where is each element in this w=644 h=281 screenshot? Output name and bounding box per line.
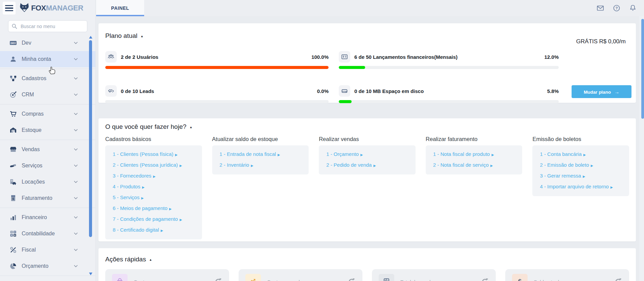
sidebar-item-financeiro[interactable]: Financeiro: [0, 209, 95, 226]
today-column-heading: Atualizar saldo de estoque: [212, 136, 309, 142]
chevron-down-icon[interactable]: [73, 112, 78, 118]
play-arrow-icon: ▶: [610, 185, 613, 189]
today-link-8-certificado-digital[interactable]: 8 - Certificado digital▶: [113, 225, 195, 236]
chevron-down-icon[interactable]: [73, 180, 78, 186]
search-input[interactable]: [8, 20, 87, 32]
svg-text:DEV: DEV: [10, 42, 16, 45]
today-column-atualizar-saldo-de-estoque: Atualizar saldo de estoque1 - Entrada de…: [212, 136, 309, 174]
percent-icon: [9, 246, 17, 254]
sidebar-item-dev[interactable]: DEVDev: [0, 35, 95, 51]
play-arrow-icon: ▶: [360, 153, 363, 157]
today-link-1-clientes-pessoa-fisica[interactable]: 1 - Clientes (Pessoa física)▶: [113, 149, 195, 160]
usage-percent: 5.8%: [547, 88, 559, 94]
play-arrow-icon: ▶: [491, 153, 494, 157]
today-column-box: 1 - Entrada de nota fiscal▶2 - Inventári…: [212, 145, 309, 174]
tab-strip: PAINEL ?: [96, 0, 644, 16]
today-link-4-importar-arquivo-de-retorno[interactable]: 4 - Importar arquivo de retorno▶: [540, 182, 622, 192]
sidebar-scroll-down-arrow-icon[interactable]: [89, 273, 92, 275]
today-column-emissao-de-boletos: Emissão de boletos1 - Conta bancária▶2 -…: [532, 136, 629, 196]
chevron-down-icon[interactable]: [73, 92, 78, 98]
today-link-5-servicos[interactable]: 5 - Serviços▶: [113, 192, 195, 203]
arrow-right-icon: →: [614, 89, 619, 95]
sidebar-item-label: Orçamento: [22, 263, 48, 269]
notifications-icon[interactable]: [629, 4, 637, 13]
today-link-2-emissao-de-boleto[interactable]: 2 - Emissão de boleto▶: [540, 160, 622, 171]
collapse-caret-icon[interactable]: ▲: [190, 125, 193, 129]
chevron-down-icon[interactable]: [73, 215, 78, 221]
play-arrow-icon: ▶: [169, 207, 172, 211]
refresh-icon[interactable]: [614, 278, 622, 281]
page-scrollbar-track[interactable]: [639, 16, 644, 281]
refresh-icon[interactable]: [481, 278, 489, 281]
chevron-down-icon[interactable]: [73, 128, 78, 134]
progress-bar-fill: [339, 66, 365, 69]
refresh-icon[interactable]: [214, 278, 222, 281]
chevron-down-icon[interactable]: [73, 163, 78, 169]
quick-action-contas-a-receber[interactable]: Contas a receber: [239, 269, 362, 281]
chevron-down-icon[interactable]: [73, 196, 78, 202]
tab-painel[interactable]: PAINEL: [96, 0, 144, 16]
today-link-1-nota-fiscal-de-produto[interactable]: 1 - Nota fiscal de produto▶: [433, 149, 515, 160]
collapse-caret-icon[interactable]: ▲: [149, 258, 152, 261]
today-column-box: 1 - Clientes (Pessoa física)▶2 - Cliente…: [105, 145, 202, 239]
today-title: O que você quer fazer hoje?▲: [105, 123, 629, 131]
page-scrollbar-thumb[interactable]: [641, 19, 644, 119]
sidebar-item-servicos[interactable]: Serviços: [0, 158, 95, 174]
hamburger-menu-icon[interactable]: [3, 2, 16, 15]
chevron-down-icon[interactable]: [73, 76, 78, 82]
usage-label: 2 de 2 Usuários: [121, 54, 158, 60]
sidebar-item-crm[interactable]: CRM: [0, 87, 95, 103]
handshake-icon: [9, 162, 17, 169]
sidebar-item-label: Cadastros: [22, 75, 46, 81]
progress-bar-fill: [339, 100, 352, 103]
sidebar-item-vendas[interactable]: Vendas: [0, 141, 95, 158]
quick-actions-title: Ações rápidas▲: [105, 256, 629, 263]
today-link-6-meios-de-pagamento[interactable]: 6 - Meios de pagamento▶: [113, 203, 195, 214]
play-arrow-icon: ▶: [180, 164, 182, 167]
chevron-down-icon[interactable]: [73, 231, 78, 237]
sidebar-scroll-up-arrow-icon[interactable]: [89, 36, 92, 39]
today-link-3-gerar-remessa[interactable]: 3 - Gerar remessa▶: [540, 171, 622, 182]
today-link-2-clientes-pessoa-juridica[interactable]: 2 - Clientes (Pessoa jurídica)▶: [113, 160, 195, 171]
quick-action-label: Saldo atual: [534, 279, 559, 281]
chevron-down-icon[interactable]: [73, 248, 78, 254]
help-icon[interactable]: ?: [613, 4, 620, 13]
building-car-icon: [9, 178, 17, 186]
sidebar-item-contabilidade[interactable]: Contabilidade: [0, 226, 95, 242]
chevron-down-icon[interactable]: [73, 41, 78, 47]
change-plan-button[interactable]: Mudar plano→: [572, 85, 631, 98]
calculator2-icon: [379, 274, 394, 281]
today-link-1-orcamento[interactable]: 1 - Orçamento▶: [326, 149, 408, 160]
quick-action-contas-a-pagar[interactable]: Contas a pagar: [105, 269, 229, 281]
today-link-4-produtos[interactable]: 4 - Produtos▶: [113, 182, 195, 192]
sidebar-item-fiscal[interactable]: Fiscal: [0, 242, 95, 258]
pie-icon: [9, 262, 17, 270]
mail-icon[interactable]: [597, 4, 604, 13]
sidebar-item-estoque[interactable]: Estoque: [0, 122, 95, 138]
sidebar-scrollbar[interactable]: [89, 40, 92, 237]
sidebar-item-locacoes[interactable]: Locações: [0, 174, 95, 190]
collapse-caret-icon[interactable]: ▲: [140, 34, 143, 38]
refresh-icon[interactable]: [348, 278, 356, 281]
today-link-1-entrada-de-nota-fiscal[interactable]: 1 - Entrada de nota fiscal▶: [220, 149, 302, 160]
today-link-1-conta-bancaria[interactable]: 1 - Conta bancária▶: [540, 149, 622, 160]
today-link-7-condicoes-de-pagamento[interactable]: 7 - Condições de pagamento▶: [113, 214, 195, 225]
bag-icon: [112, 274, 128, 281]
today-link-2-inventario[interactable]: 2 - Inventário▶: [220, 160, 302, 171]
sidebar-item-cadastros[interactable]: Cadastros: [0, 70, 95, 87]
sidebar-item-compras[interactable]: Compras: [0, 106, 95, 122]
today-link-2-nota-fiscal-de-servico[interactable]: 2 - Nota fiscal de serviço▶: [433, 160, 515, 171]
sidebar-item-minha-conta[interactable]: Minha conta: [0, 51, 95, 67]
play-arrow-icon: ▶: [373, 164, 376, 167]
sidebar-divider: [0, 69, 95, 69]
sidebar-item-faturamento[interactable]: $Faturamento: [0, 190, 95, 206]
chevron-down-icon[interactable]: [73, 264, 78, 270]
play-arrow-icon: ▶: [490, 164, 493, 167]
chevron-down-icon[interactable]: [73, 147, 78, 153]
sidebar-item-orcamento[interactable]: Orçamento: [0, 258, 95, 274]
today-link-3-fornecedores[interactable]: 3 - Fornecedores▶: [113, 171, 195, 182]
quick-action-saldo-atual[interactable]: $Saldo atual: [505, 269, 629, 281]
today-link-2-pedido-de-venda[interactable]: 2 - Pedido de venda▶: [326, 160, 408, 171]
chevron-down-icon[interactable]: [73, 57, 78, 63]
quick-action-total-de-vendas[interactable]: Total de vendas: [372, 269, 496, 281]
